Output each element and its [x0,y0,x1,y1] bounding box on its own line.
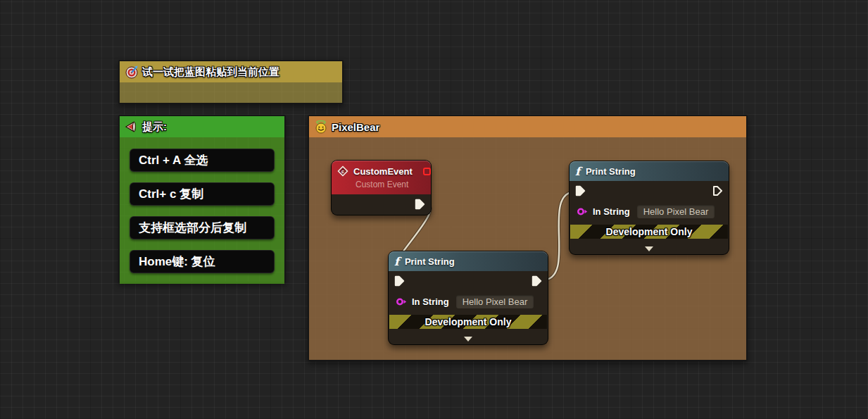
halo-smiley-icon [314,120,328,134]
exec-out-pin[interactable] [532,275,542,287]
hint-item-select-all[interactable]: Ctrl + A 全选 [130,149,275,172]
exec-out-pin[interactable] [415,199,425,210]
function-icon: f [575,166,580,177]
node-custom-event-title: CustomEvent [353,166,413,177]
exec-out-pin[interactable] [712,185,723,196]
node-print-string-1-title: Print String [405,256,455,267]
comment-paste-tip-header[interactable]: 试一试把蓝图粘贴到当前位置 [120,61,342,82]
blueprint-canvas[interactable]: 试一试把蓝图粘贴到当前位置 提示: Ctrl + A 全选 Ctrl+ c 复制… [0,0,868,419]
node-print-string-1[interactable]: f Print String In String Hello Pixel Bea… [388,251,548,345]
exec-in-pin[interactable] [575,185,586,196]
dartboard-icon [125,65,139,79]
node-print-string-2-title: Print String [586,166,636,177]
comment-paste-tip[interactable]: 试一试把蓝图粘贴到当前位置 [118,60,344,104]
comment-pixelbear-title: PixelBear [332,121,379,133]
hint-item-marquee-copy[interactable]: 支持框选部分后复制 [130,216,275,239]
in-string-label: In String [412,296,449,307]
in-string-label: In String [593,206,630,217]
comment-hint[interactable]: 提示: Ctrl + A 全选 Ctrl+ c 复制 支持框选部分后复制 Hom… [118,115,286,283]
hint-item-home-reset[interactable]: Home键: 复位 [130,250,275,273]
function-icon: f [394,256,399,268]
expand-advanced-chevron[interactable] [645,246,653,251]
in-string-value-field[interactable]: Hello Pixel Bear [456,295,534,308]
comment-hint-body: Ctrl + A 全选 Ctrl+ c 复制 支持框选部分后复制 Home键: … [120,137,284,284]
comment-pixelbear-header[interactable]: PixelBear [309,116,746,137]
development-only-label: Development Only [606,226,693,237]
string-pin-icon[interactable] [396,297,408,306]
comment-hint-header[interactable]: 提示: [120,116,284,137]
development-only-label: Development Only [425,316,512,327]
comment-paste-tip-title: 试一试把蓝图粘贴到当前位置 [142,65,279,79]
string-pin-icon[interactable] [577,207,589,216]
expand-advanced-chevron[interactable] [464,337,472,342]
comment-hint-title: 提示: [142,120,167,134]
node-print-string-2[interactable]: f Print String In String Hello Pixel Bea… [569,161,729,255]
hint-item-copy[interactable]: Ctrl+ c 复制 [130,182,275,206]
event-diamond-icon: c [337,165,348,177]
exec-in-pin[interactable] [394,275,405,287]
node-custom-event-subtitle: Custom Event [337,179,425,192]
comment-paste-tip-body [120,82,342,103]
node-custom-event[interactable]: c CustomEvent Custom Event [331,160,432,215]
development-only-banner: Development Only [389,315,547,329]
svg-text:c: c [341,169,344,174]
development-only-banner: Development Only [570,225,728,239]
megaphone-icon [125,120,139,133]
node-print-string-1-header[interactable]: f Print String [389,251,548,271]
delegate-pin-icon[interactable] [422,167,432,176]
node-custom-event-header[interactable]: c CustomEvent Custom Event [332,161,431,194]
node-print-string-2-header[interactable]: f Print String [570,161,729,181]
in-string-value-field[interactable]: Hello Pixel Bear [637,205,715,218]
